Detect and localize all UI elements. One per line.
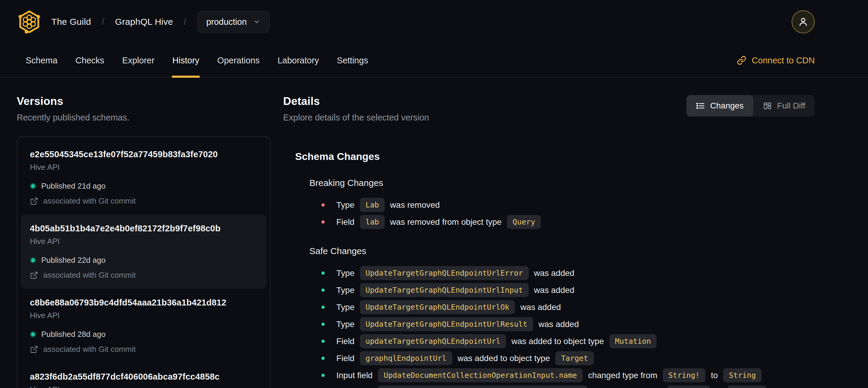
version-service: Hive API <box>30 311 257 320</box>
change-item: Fieldlabwas removed from object typeQuer… <box>309 213 815 231</box>
versions-subtitle: Recently published schemas. <box>17 113 271 123</box>
safe-bullet-icon <box>321 374 325 377</box>
breadcrumb-project[interactable]: GraphQL Hive <box>115 17 173 27</box>
change-text: was added <box>534 286 575 295</box>
schema-code-badge: String <box>723 368 762 382</box>
version-published: Published 28d ago <box>30 330 257 339</box>
tab-settings[interactable]: Settings <box>328 43 377 77</box>
tab-history[interactable]: History <box>163 43 208 77</box>
list-icon <box>696 101 705 110</box>
tab-schema[interactable]: Schema <box>17 43 66 77</box>
published-status-dot <box>30 331 36 337</box>
version-card[interactable]: 4b05ab51b1b4a7e2e4b0ef82172f2b9f7ef98c0b… <box>21 215 267 289</box>
schema-changes-section: Schema Changes Breaking ChangesTypeLabwa… <box>283 151 815 388</box>
schema-code-badge: Mutation <box>609 334 656 348</box>
schema-changes-title: Schema Changes <box>295 151 815 162</box>
breadcrumb-separator: / <box>102 17 104 27</box>
schema-code-badge: String! <box>667 385 710 388</box>
change-text: Type <box>336 302 354 312</box>
published-status-dot <box>30 257 36 263</box>
version-list: e2e55045345ce13fe07f52a77459b83fa3fe7020… <box>17 136 271 388</box>
schema-code-badge: graphqlEndpointUrl <box>360 351 452 365</box>
schema-code-badge: UpdateTargetGraphQLEndpointUrlInput <box>360 283 529 297</box>
link-icon <box>737 56 746 65</box>
schema-code-badge: Lab <box>360 198 385 212</box>
change-text: to <box>711 371 718 380</box>
change-group-title: Safe Changes <box>309 246 815 256</box>
version-card[interactable]: a823f6db2a55df877dcf406006abca97fcc4858c… <box>21 363 267 388</box>
version-service: Hive API <box>30 237 257 246</box>
tab-explorer[interactable]: Explorer <box>113 43 163 77</box>
change-item: FieldupdateTargetGraphQLEndpointUrlwas a… <box>309 333 815 350</box>
safe-bullet-icon <box>321 271 325 275</box>
version-published: Published 22d ago <box>30 256 257 265</box>
git-commit-link[interactable]: associated with Git commit <box>30 345 257 354</box>
schema-code-badge: UpdateTargetGraphQLEndpointUrlError <box>360 266 529 280</box>
safe-bullet-icon <box>321 289 325 292</box>
published-status-dot <box>30 183 36 189</box>
app-header: The Guild / GraphQL Hive / production <box>0 0 868 43</box>
change-text: was removed from object type <box>390 217 502 227</box>
breadcrumb: The Guild / GraphQL Hive / production <box>51 11 270 33</box>
change-text: was removed <box>390 200 440 210</box>
schema-code-badge: lab <box>360 215 385 229</box>
version-card[interactable]: c8b6e88a06793b9c4dfd54aaa21b36a1b421d812… <box>21 289 267 363</box>
schema-code-badge: Query <box>507 215 540 229</box>
schema-code-badge: updateTargetGraphQLEndpointUrl <box>360 334 506 348</box>
change-item: TypeUpdateTargetGraphQLEndpointUrlInputw… <box>309 281 815 299</box>
change-text: Field <box>336 217 354 227</box>
details-panel: Details Explore details of the selected … <box>283 78 815 388</box>
schema-code-badge: Target <box>555 351 593 365</box>
change-item: TypeUpdateTargetGraphQLEndpointUrlOkwas … <box>309 299 815 316</box>
git-commit-link[interactable]: associated with Git commit <box>30 197 257 206</box>
connect-to-cdn-button[interactable]: Connect to CDN <box>737 56 815 65</box>
user-icon <box>797 16 809 28</box>
change-text: Type <box>336 268 354 278</box>
schema-code-badge: UpdateTargetGraphQLEndpointUrlResult <box>360 317 533 331</box>
version-card[interactable]: e2e55045345ce13fe07f52a77459b83fa3fe7020… <box>21 141 267 215</box>
external-link-icon <box>30 271 38 279</box>
change-text: was added to object type <box>512 336 604 346</box>
change-list: TypeUpdateTargetGraphQLEndpointUrlErrorw… <box>309 265 815 388</box>
connect-to-cdn-label: Connect to CDN <box>752 56 815 65</box>
chevron-down-icon <box>253 18 260 25</box>
change-text: changed type from <box>588 371 657 380</box>
details-header: Details Explore details of the selected … <box>283 95 815 123</box>
tab-checks[interactable]: Checks <box>66 43 113 77</box>
safe-bullet-icon <box>321 323 325 326</box>
change-text: Type <box>336 286 354 295</box>
details-title: Details <box>283 95 429 108</box>
change-item: Input fieldUpdateDocumentCollectionOpera… <box>309 384 815 388</box>
main-content: Versions Recently published schemas. e2e… <box>0 78 868 388</box>
git-commit-link[interactable]: associated with Git commit <box>30 271 257 280</box>
schema-code-badge: UpdateDocumentCollectionOperationInput.n… <box>378 368 583 382</box>
change-group-breaking: Breaking ChangesTypeLabwas removedFieldl… <box>309 178 815 231</box>
version-hash: c8b6e88a06793b9c4dfd54aaa21b36a1b421d812 <box>30 298 257 307</box>
change-text: was added <box>520 302 561 312</box>
safe-bullet-icon <box>321 357 325 360</box>
changes-view-button[interactable]: Changes <box>686 95 753 117</box>
breadcrumb-separator: / <box>184 17 186 27</box>
change-text: was added <box>538 320 579 329</box>
schema-code-badge: UpdateTargetGraphQLEndpointUrlOk <box>360 300 515 314</box>
change-text: Field <box>336 336 354 346</box>
details-header-text: Details Explore details of the selected … <box>283 95 429 123</box>
hive-logo-icon[interactable] <box>17 9 42 34</box>
tab-laboratory[interactable]: Laboratory <box>269 43 328 77</box>
change-item: TypeUpdateTargetGraphQLEndpointUrlResult… <box>309 316 815 333</box>
target-dropdown[interactable]: production <box>197 11 270 33</box>
change-text: Field <box>336 354 354 363</box>
schema-code-badge: UpdateDocumentCollectionOperationInput.q… <box>378 385 587 388</box>
user-menu-button[interactable] <box>792 10 815 33</box>
nav-tabs: SchemaChecksExplorerHistoryOperationsLab… <box>17 43 377 77</box>
breaking-bullet-icon <box>321 203 325 207</box>
versions-panel: Versions Recently published schemas. e2e… <box>17 78 271 388</box>
target-dropdown-value: production <box>207 17 247 27</box>
change-text: was added to object type <box>458 354 550 363</box>
change-text: Input field <box>336 371 372 380</box>
versions-title: Versions <box>17 95 271 108</box>
change-item: TypeLabwas removed <box>309 197 815 213</box>
full-diff-view-button[interactable]: Full Diff <box>753 95 815 117</box>
tab-operations[interactable]: Operations <box>208 43 269 77</box>
breadcrumb-org[interactable]: The Guild <box>51 17 91 27</box>
